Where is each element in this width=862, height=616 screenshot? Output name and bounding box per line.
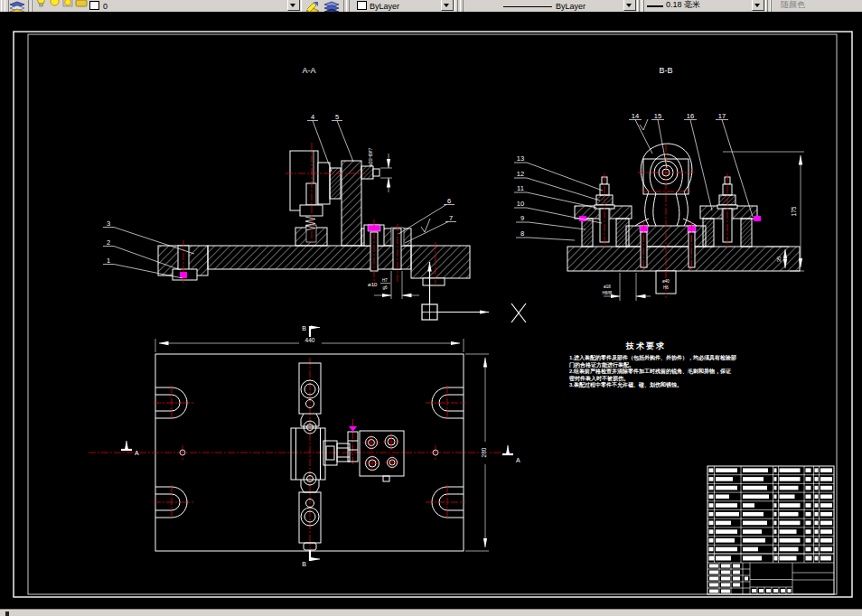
view-bb-title: B-B: [659, 66, 672, 75]
ucs-x-label-glyph: [511, 303, 526, 322]
layer-on-bulb-icon: [36, 0, 46, 11]
svg-text:A: A: [135, 450, 139, 456]
svg-text:11: 11: [517, 184, 524, 192]
layer-color-chip: [89, 1, 99, 10]
lineweight-combobox[interactable]: 0.18 毫米: [643, 0, 766, 12]
svg-text:10: 10: [517, 200, 524, 208]
layer-thaw-sun-icon: [49, 0, 61, 11]
svg-text:8: 8: [520, 229, 524, 238]
dim-aa-bore: ø10: [368, 282, 378, 287]
dim-bb-left-tol: H8/f8: [603, 291, 613, 295]
dim-bb-base: 35: [776, 256, 782, 262]
technical-requirements-title: 技术要求: [569, 341, 723, 352]
highlight-washer: [754, 216, 761, 221]
svg-text:2: 2: [107, 238, 110, 247]
current-linetype-value: ByLayer: [556, 2, 586, 11]
svg-text:7: 7: [449, 214, 453, 222]
svg-text:A: A: [516, 457, 520, 463]
section-view-bb: B-B: [514, 66, 804, 301]
svg-text:4: 4: [311, 113, 314, 121]
svg-text:13: 13: [517, 154, 524, 163]
tech-line: 1.进入装配的零件及部件（包括外购件、外协件），均必须具有检验部: [569, 355, 723, 362]
layers-icon: [10, 2, 24, 12]
clamp-strip: [291, 363, 325, 550]
current-plotstyle-value: 随颜色: [781, 0, 805, 11]
current-lineweight-value: 0.18 毫米: [666, 0, 700, 11]
technical-requirements: 技术要求 1.进入装配的零件及部件（包括外购件、外协件），均必须具有检验部 门的…: [569, 341, 723, 389]
svg-text:12: 12: [517, 170, 524, 178]
command-line-strip[interactable]: [0, 609, 862, 616]
dim-aa-bore-tol-u: H7: [382, 278, 388, 283]
svg-text:B: B: [302, 561, 306, 567]
plotstyle-combobox: 随颜色: [771, 0, 862, 12]
surface-finish-symbol: [421, 219, 430, 232]
title-block: [707, 466, 834, 594]
svg-text:B: B: [302, 325, 306, 331]
svg-text:5: 5: [335, 113, 339, 121]
dim-aa-bore-tol-l: g6: [382, 285, 388, 290]
section-view-aa: A-A: [103, 66, 470, 299]
lineweight-dropdown-arrow[interactable]: [752, 0, 764, 11]
layer-freeze-icon: [62, 0, 74, 11]
svg-text:15: 15: [654, 112, 661, 120]
dim-bb-center-tol: H6: [663, 285, 669, 290]
make-object-layer-current-icon[interactable]: [305, 0, 321, 12]
object-properties-toolbar: 0 ByLayer ByLayer 0.18 毫米: [0, 0, 862, 12]
svg-text:9: 9: [520, 214, 524, 222]
dim-bb-center-fit: ø40: [662, 279, 670, 284]
view-aa-title: A-A: [302, 66, 315, 75]
linetype-combobox[interactable]: ByLayer: [463, 0, 638, 12]
lineweight-sample: [647, 5, 663, 7]
leader-lines-bb: [514, 120, 753, 241]
current-layer-name: 0: [103, 2, 108, 11]
highlight-pin: [349, 426, 357, 432]
dim-plan-depth: 280: [481, 447, 487, 457]
dim-plan-width: 440: [305, 337, 315, 343]
dim-bb-height: 175: [791, 206, 797, 216]
svg-text:6: 6: [447, 197, 451, 205]
plan-view: 440 280 B B A A: [89, 325, 520, 567]
tech-line: 门的合格证方能进行装配。: [569, 362, 723, 369]
layer-lock-plot-icon: [75, 0, 89, 11]
dim-bb-left-fit: ø18: [604, 285, 611, 289]
side-assembly: [323, 431, 404, 481]
layer-dropdown-arrow[interactable]: [287, 0, 300, 11]
color-combobox[interactable]: ByLayer: [349, 0, 455, 12]
svg-text:14: 14: [632, 112, 639, 120]
layer-combobox[interactable]: 0: [32, 0, 302, 12]
command-cursor-mark: [5, 611, 9, 616]
drawing-canvas[interactable]: A-A: [0, 0, 862, 616]
surface-finish-symbol: [640, 119, 648, 130]
color-dropdown-arrow[interactable]: [441, 0, 454, 11]
svg-text:1: 1: [107, 257, 110, 265]
parts-list: [707, 466, 834, 593]
svg-text:17: 17: [718, 112, 726, 120]
tech-line: 密封件装入时不被损伤。: [569, 376, 723, 383]
layers-dialog-icon[interactable]: [8, 0, 26, 12]
layer-previous-icon[interactable]: [323, 0, 341, 12]
svg-text:16: 16: [687, 112, 694, 120]
linetype-dropdown-arrow[interactable]: [623, 0, 636, 11]
tech-line: 2.组装前严格检查并清除零件加工时残留的锐角、毛刺和异物，保证: [569, 369, 723, 376]
svg-text:3: 3: [107, 219, 110, 228]
dim-aa-fit: ø20H8/f7: [368, 148, 373, 167]
current-color-value: ByLayer: [370, 2, 399, 11]
linetype-sample: [503, 6, 552, 7]
cad-application-window: 0 ByLayer ByLayer 0.18 毫米: [0, 0, 862, 616]
current-color-chip: [357, 1, 367, 10]
tech-line: 3.装配过程中零件不允许磕、碰、划伤和锈蚀。: [569, 382, 723, 389]
